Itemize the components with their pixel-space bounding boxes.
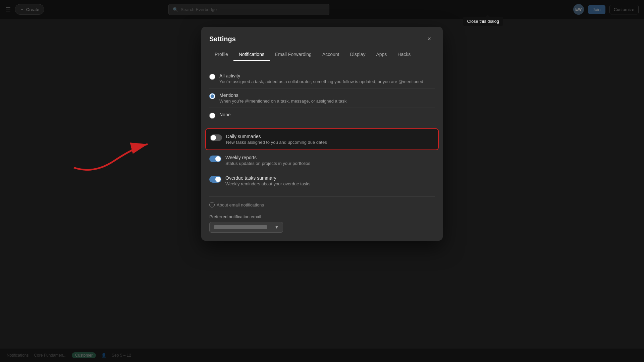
- daily-summaries-desc: New tasks assigned to you and upcoming d…: [226, 140, 327, 145]
- divider: [209, 196, 435, 197]
- mentions-desc: When you're @mentioned on a task, messag…: [219, 99, 346, 104]
- radio-mentions[interactable]: [209, 93, 215, 99]
- dialog-content: All activity You're assigned a task, add…: [201, 61, 443, 241]
- preferred-email-section: Preferred notification email ▼: [209, 214, 435, 233]
- toggle-weekly-reports-text: Weekly reports Status updates on project…: [225, 155, 310, 166]
- info-link-label: About email notifications: [217, 202, 264, 207]
- dialog-tabs: Profile Notifications Email Forwarding A…: [201, 48, 443, 61]
- toggle-overdue-tasks-text: Overdue tasks summary Weekly reminders a…: [225, 175, 310, 186]
- option-all-activity-text: All activity You're assigned a task, add…: [219, 73, 423, 84]
- dialog-header: Settings ×: [201, 27, 443, 44]
- tab-email-forwarding[interactable]: Email Forwarding: [270, 48, 317, 61]
- weekly-reports-label: Weekly reports: [225, 155, 310, 160]
- email-value-blurred: [214, 225, 267, 229]
- notification-option-all-activity: All activity You're assigned a task, add…: [209, 69, 435, 88]
- tab-profile[interactable]: Profile: [209, 48, 233, 61]
- notification-option-none: None: [209, 108, 435, 123]
- all-activity-desc: You're assigned a task, added as a colla…: [219, 79, 423, 84]
- toggle-overdue-tasks: Overdue tasks summary Weekly reminders a…: [209, 171, 435, 191]
- info-icon: i: [209, 202, 215, 207]
- overdue-tasks-desc: Weekly reminders about your overdue task…: [225, 181, 310, 186]
- toggle-daily-summaries-text: Daily summaries New tasks assigned to yo…: [226, 134, 327, 145]
- overdue-tasks-label: Overdue tasks summary: [225, 175, 310, 181]
- tab-apps[interactable]: Apps: [371, 48, 392, 61]
- none-label: None: [219, 112, 230, 117]
- dialog-title: Settings: [209, 35, 236, 43]
- pref-email-label: Preferred notification email: [209, 214, 435, 219]
- toggle-weekly-reports-switch[interactable]: [209, 156, 221, 162]
- toggle-daily-summaries: Daily summaries New tasks assigned to yo…: [205, 128, 439, 150]
- option-mentions-text: Mentions When you're @mentioned on a tas…: [219, 93, 346, 104]
- dialog-close-button[interactable]: ×: [424, 34, 435, 44]
- toggle-weekly-reports: Weekly reports Status updates on project…: [209, 150, 435, 171]
- notification-option-mentions: Mentions When you're @mentioned on a tas…: [209, 88, 435, 108]
- toggle-overdue-tasks-switch[interactable]: [209, 176, 221, 183]
- radio-none[interactable]: [209, 113, 215, 119]
- daily-summaries-label: Daily summaries: [226, 134, 327, 139]
- email-select-dropdown[interactable]: ▼: [209, 222, 283, 233]
- tab-notifications[interactable]: Notifications: [233, 48, 270, 61]
- mentions-label: Mentions: [219, 93, 346, 98]
- radio-all-activity[interactable]: [209, 74, 215, 80]
- tab-account[interactable]: Account: [317, 48, 345, 61]
- settings-dialog: Settings × Profile Notifications Email F…: [201, 27, 443, 241]
- weekly-reports-desc: Status updates on projects in your portf…: [225, 161, 310, 166]
- all-activity-label: All activity: [219, 73, 423, 78]
- tab-display[interactable]: Display: [344, 48, 371, 61]
- toggle-daily-summaries-switch[interactable]: [210, 134, 222, 141]
- toggle-section: Daily summaries New tasks assigned to yo…: [209, 128, 435, 191]
- tab-hacks[interactable]: Hacks: [392, 48, 416, 61]
- option-none-text: None: [219, 112, 230, 117]
- chevron-down-icon: ▼: [275, 225, 279, 230]
- close-dialog-tooltip: Close this dialog: [463, 17, 503, 26]
- info-email-notifications-link[interactable]: i About email notifications: [209, 202, 435, 207]
